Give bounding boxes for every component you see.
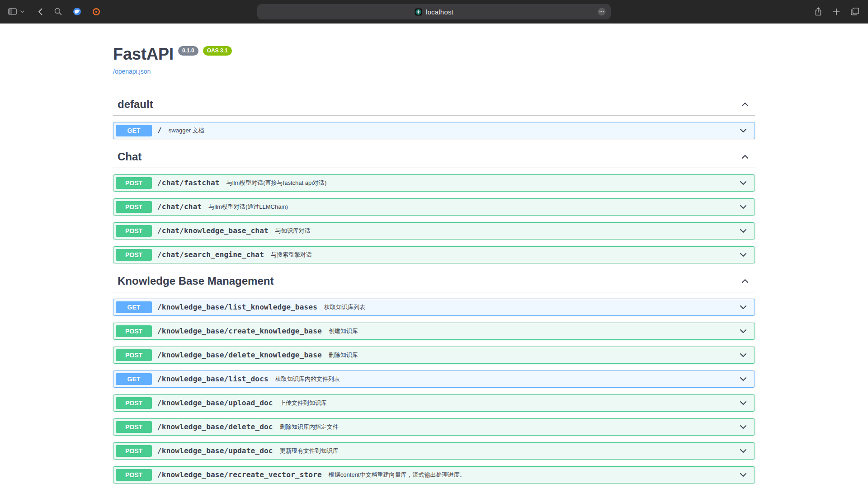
method-badge: POST [116,397,152,409]
operation-list: GET /knowledge_base/list_knowledge_bases… [113,299,755,483]
operation-description: swagger 文档 [169,127,204,135]
operation-path: /knowledge_base/delete_doc [157,422,273,431]
operation-description: 删除知识库内指定文件 [280,423,339,431]
chevron-down-icon[interactable] [739,399,748,408]
search-icon[interactable] [54,8,62,15]
operation-description: 与知识库对话 [275,227,311,235]
chevron-down-icon[interactable] [739,226,748,235]
chevron-up-icon[interactable] [741,277,750,286]
back-icon[interactable] [38,8,42,15]
api-tag-section: Chat POST /chat/fastchat 与llm模型对话(直接与fas… [113,146,755,263]
api-tag-section: default GET / swagger 文档 [113,94,755,139]
operation-list: POST /chat/fastchat 与llm模型对话(直接与fastchat… [113,174,755,263]
page-title: FastAPI 0.1.0 OAS 3.1 [113,45,755,63]
new-tab-plus-icon[interactable] [833,8,840,15]
extension-blue-icon[interactable] [73,7,81,16]
oas-badge: OAS 3.1 [203,46,232,56]
operation-path: /chat/chat [157,202,202,211]
operation-row[interactable]: GET / swagger 文档 [113,122,755,139]
operation-row[interactable]: POST /chat/search_engine_chat 与搜索引擎对话 [113,246,755,263]
operation-row[interactable]: POST /knowledge_base/delete_knowledge_ba… [113,347,755,364]
operation-path: /knowledge_base/create_knowledge_base [157,327,322,335]
method-badge: POST [116,325,152,337]
operation-row[interactable]: POST /knowledge_base/recreate_vector_sto… [113,466,755,483]
operation-description: 获取知识库内的文件列表 [275,375,340,383]
operation-row[interactable]: POST /knowledge_base/upload_doc 上传文件到知识库 [113,394,755,412]
operation-description: 与搜索引擎对话 [271,251,312,259]
method-badge: POST [116,445,152,457]
section-header[interactable]: Chat [113,146,755,168]
chevron-down-icon[interactable] [739,178,748,188]
swagger-page: FastAPI 0.1.0 OAS 3.1 /openapi.json defa… [0,23,868,488]
operation-row[interactable]: POST /chat/knowledge_base_chat 与知识库对话 [113,222,755,239]
chevron-down-icon[interactable] [739,375,748,384]
operation-row[interactable]: GET /knowledge_base/list_knowledge_bases… [113,299,755,316]
operation-description: 获取知识库列表 [324,303,365,311]
browser-toolbar: localhost [0,0,868,23]
api-info: FastAPI 0.1.0 OAS 3.1 /openapi.json [113,45,755,75]
method-badge: POST [116,349,152,361]
sections: default GET / swagger 文档 Chat [113,94,755,483]
operation-row[interactable]: POST /knowledge_base/delete_doc 删除知识库内指定… [113,418,755,436]
operation-path: / [157,126,162,135]
chevron-down-icon[interactable] [739,126,748,135]
operation-row[interactable]: POST /knowledge_base/update_doc 更新现有文件到知… [113,442,755,460]
operation-path: /knowledge_base/update_doc [157,446,273,455]
operation-path: /chat/search_engine_chat [157,250,264,259]
operation-path: /knowledge_base/list_knowledge_bases [157,303,317,311]
api-title-text: FastAPI [113,45,174,63]
method-badge: GET [116,301,152,313]
operation-description: 与llm模型对话(通过LLMChain) [208,203,288,211]
operation-row[interactable]: GET /knowledge_base/list_docs 获取知识库内的文件列… [113,371,755,388]
section-header[interactable]: default [113,94,755,116]
section-header[interactable]: Knowledge Base Management [113,270,755,292]
url-text: localhost [426,8,453,16]
operation-description: 上传文件到知识库 [280,399,327,407]
operation-path: /knowledge_base/list_docs [157,375,269,383]
chevron-down-icon[interactable] [739,202,748,211]
chevron-up-icon[interactable] [741,152,750,161]
operation-description: 与llm模型对话(直接与fastchat api对话) [226,179,327,187]
operation-list: GET / swagger 文档 [113,122,755,139]
operation-path: /knowledge_base/delete_knowledge_base [157,351,322,359]
operation-row[interactable]: POST /chat/chat 与llm模型对话(通过LLMChain) [113,198,755,216]
method-badge: POST [116,249,152,261]
operation-path: /chat/fastchat [157,178,220,187]
section-title: Knowledge Base Management [118,275,741,287]
address-bar[interactable]: localhost [257,4,611,19]
method-badge: POST [116,177,152,189]
chevron-down-icon[interactable] [739,470,748,479]
site-favicon [415,8,422,16]
method-badge: POST [116,225,152,237]
operation-path: /knowledge_base/upload_doc [157,399,273,407]
api-tag-section: Knowledge Base Management GET /knowledge… [113,270,755,483]
operation-path: /knowledge_base/recreate_vector_store [157,470,322,479]
openapi-link[interactable]: /openapi.json [113,68,151,75]
method-badge: POST [116,421,152,433]
chevron-up-icon[interactable] [741,100,750,109]
operation-description: 根据content中文档重建向量库，流式输出处理进度。 [329,471,466,479]
chevron-down-icon[interactable] [739,250,748,259]
page-menu-ellipsis-icon[interactable] [597,7,606,16]
sidebar-chevron-down-icon[interactable] [20,10,24,13]
sidebar-icon[interactable] [8,8,17,15]
section-title: Chat [118,150,741,163]
method-badge: POST [116,201,152,213]
operation-path: /chat/knowledge_base_chat [157,226,269,235]
operation-description: 更新现有文件到知识库 [280,447,339,455]
extension-orange-icon[interactable] [92,8,100,16]
method-badge: GET [116,373,152,385]
operation-description: 删除知识库 [329,351,358,359]
operation-row[interactable]: POST /knowledge_base/create_knowledge_ba… [113,323,755,340]
section-title: default [118,98,741,111]
chevron-down-icon[interactable] [739,351,748,360]
share-icon[interactable] [815,7,822,16]
operation-description: 创建知识库 [329,327,358,335]
chevron-down-icon[interactable] [739,446,748,455]
method-badge: GET [116,125,152,136]
chevron-down-icon[interactable] [739,303,748,312]
chevron-down-icon[interactable] [739,422,748,432]
tab-overview-icon[interactable] [851,8,859,15]
chevron-down-icon[interactable] [739,327,748,336]
operation-row[interactable]: POST /chat/fastchat 与llm模型对话(直接与fastchat… [113,174,755,192]
